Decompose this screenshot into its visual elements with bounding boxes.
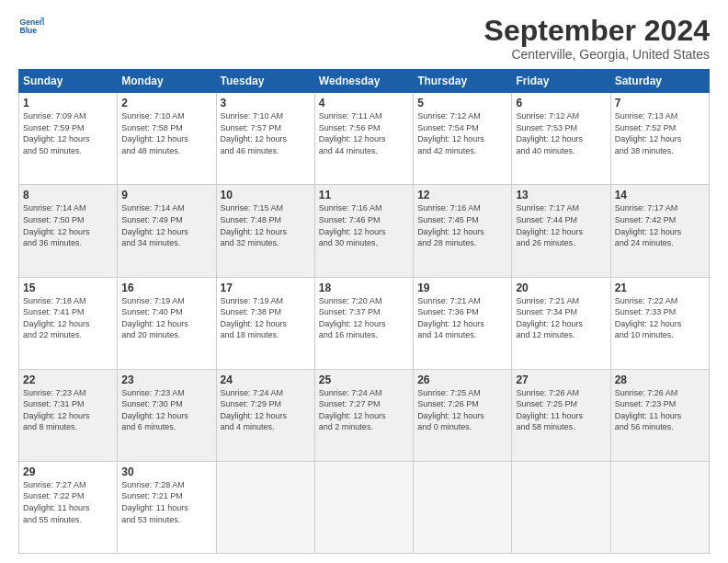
calendar-day-cell: 24Sunrise: 7:24 AM Sunset: 7:29 PM Dayli… xyxy=(216,369,314,461)
day-number: 13 xyxy=(516,189,606,201)
calendar-day-cell: 20Sunrise: 7:21 AM Sunset: 7:34 PM Dayli… xyxy=(512,277,610,369)
day-number: 16 xyxy=(121,282,211,294)
header: General Blue General Blue September 2024… xyxy=(18,15,710,62)
calendar-day-cell: 28Sunrise: 7:26 AM Sunset: 7:23 PM Dayli… xyxy=(610,369,709,461)
day-info: Sunrise: 7:12 AM Sunset: 7:54 PM Dayligh… xyxy=(417,110,507,156)
calendar-day-cell: 4Sunrise: 7:11 AM Sunset: 7:56 PM Daylig… xyxy=(314,93,413,185)
day-info: Sunrise: 7:19 AM Sunset: 7:38 PM Dayligh… xyxy=(221,295,311,341)
day-number: 25 xyxy=(319,373,409,386)
calendar-header-saturday: Saturday xyxy=(610,70,709,93)
day-number: 11 xyxy=(319,189,409,201)
day-info: Sunrise: 7:10 AM Sunset: 7:57 PM Dayligh… xyxy=(221,110,311,156)
calendar-header-sunday: Sunday xyxy=(19,70,118,93)
calendar-day-cell: 8Sunrise: 7:14 AM Sunset: 7:50 PM Daylig… xyxy=(19,185,118,277)
day-info: Sunrise: 7:11 AM Sunset: 7:56 PM Dayligh… xyxy=(319,110,409,156)
day-number: 12 xyxy=(417,189,507,201)
calendar-table: SundayMondayTuesdayWednesdayThursdayFrid… xyxy=(18,69,710,554)
calendar-day-cell: 19Sunrise: 7:21 AM Sunset: 7:36 PM Dayli… xyxy=(414,277,512,369)
day-info: Sunrise: 7:28 AM Sunset: 7:21 PM Dayligh… xyxy=(121,479,211,525)
calendar-day-cell: 11Sunrise: 7:16 AM Sunset: 7:46 PM Dayli… xyxy=(314,185,413,277)
day-number: 29 xyxy=(23,465,113,478)
calendar-day-cell: 21Sunrise: 7:22 AM Sunset: 7:33 PM Dayli… xyxy=(610,277,709,369)
svg-text:General: General xyxy=(20,17,44,27)
day-number: 4 xyxy=(319,97,409,109)
day-number: 2 xyxy=(121,97,211,109)
calendar-day-cell: 13Sunrise: 7:17 AM Sunset: 7:44 PM Dayli… xyxy=(512,185,610,277)
day-info: Sunrise: 7:21 AM Sunset: 7:34 PM Dayligh… xyxy=(516,295,606,341)
day-number: 18 xyxy=(319,282,409,294)
day-number: 6 xyxy=(516,97,606,109)
calendar-day-cell: 9Sunrise: 7:14 AM Sunset: 7:49 PM Daylig… xyxy=(118,185,216,277)
day-info: Sunrise: 7:23 AM Sunset: 7:31 PM Dayligh… xyxy=(23,387,113,433)
calendar-header-thursday: Thursday xyxy=(414,70,512,93)
day-info: Sunrise: 7:22 AM Sunset: 7:33 PM Dayligh… xyxy=(615,295,705,341)
calendar-week-row: 15Sunrise: 7:18 AM Sunset: 7:41 PM Dayli… xyxy=(19,277,710,369)
day-info: Sunrise: 7:10 AM Sunset: 7:58 PM Dayligh… xyxy=(121,110,211,156)
day-number: 10 xyxy=(221,189,311,201)
day-number: 5 xyxy=(417,97,507,109)
calendar-day-cell: 15Sunrise: 7:18 AM Sunset: 7:41 PM Dayli… xyxy=(19,277,118,369)
day-info: Sunrise: 7:17 AM Sunset: 7:42 PM Dayligh… xyxy=(615,202,705,248)
day-info: Sunrise: 7:21 AM Sunset: 7:36 PM Dayligh… xyxy=(417,295,507,341)
day-number: 8 xyxy=(23,189,113,201)
calendar-day-cell: 6Sunrise: 7:12 AM Sunset: 7:53 PM Daylig… xyxy=(512,93,610,185)
calendar-day-cell: 14Sunrise: 7:17 AM Sunset: 7:42 PM Dayli… xyxy=(610,185,709,277)
day-info: Sunrise: 7:25 AM Sunset: 7:26 PM Dayligh… xyxy=(417,387,507,433)
page-title: September 2024 xyxy=(484,15,710,47)
day-number: 19 xyxy=(417,282,507,294)
day-info: Sunrise: 7:09 AM Sunset: 7:59 PM Dayligh… xyxy=(23,110,113,156)
calendar-week-row: 1Sunrise: 7:09 AM Sunset: 7:59 PM Daylig… xyxy=(19,93,710,185)
day-info: Sunrise: 7:12 AM Sunset: 7:53 PM Dayligh… xyxy=(516,110,606,156)
day-number: 17 xyxy=(221,282,311,294)
calendar-week-row: 22Sunrise: 7:23 AM Sunset: 7:31 PM Dayli… xyxy=(19,369,710,461)
day-number: 7 xyxy=(615,97,705,109)
calendar-day-cell xyxy=(216,461,314,553)
day-number: 1 xyxy=(23,97,113,109)
calendar-day-cell xyxy=(314,461,413,553)
calendar-day-cell: 1Sunrise: 7:09 AM Sunset: 7:59 PM Daylig… xyxy=(19,93,118,185)
page-subtitle: Centerville, Georgia, United States xyxy=(484,47,710,62)
page: General Blue General Blue September 2024… xyxy=(0,0,728,563)
calendar-day-cell: 27Sunrise: 7:26 AM Sunset: 7:25 PM Dayli… xyxy=(512,369,610,461)
day-number: 21 xyxy=(615,282,705,294)
day-number: 24 xyxy=(221,373,311,386)
day-number: 9 xyxy=(121,189,211,201)
calendar-day-cell: 25Sunrise: 7:24 AM Sunset: 7:27 PM Dayli… xyxy=(314,369,413,461)
day-info: Sunrise: 7:16 AM Sunset: 7:46 PM Dayligh… xyxy=(319,202,409,248)
calendar-day-cell: 26Sunrise: 7:25 AM Sunset: 7:26 PM Dayli… xyxy=(414,369,512,461)
day-number: 30 xyxy=(121,465,211,478)
calendar-header-monday: Monday xyxy=(118,70,216,93)
calendar-day-cell: 18Sunrise: 7:20 AM Sunset: 7:37 PM Dayli… xyxy=(314,277,413,369)
title-block: September 2024 Centerville, Georgia, Uni… xyxy=(484,15,710,62)
svg-text:Blue: Blue xyxy=(20,26,38,35)
day-number: 26 xyxy=(417,373,507,386)
day-number: 3 xyxy=(221,97,311,109)
day-info: Sunrise: 7:19 AM Sunset: 7:40 PM Dayligh… xyxy=(121,295,211,341)
calendar-day-cell: 3Sunrise: 7:10 AM Sunset: 7:57 PM Daylig… xyxy=(216,93,314,185)
calendar-day-cell: 5Sunrise: 7:12 AM Sunset: 7:54 PM Daylig… xyxy=(414,93,512,185)
calendar-day-cell: 23Sunrise: 7:23 AM Sunset: 7:30 PM Dayli… xyxy=(118,369,216,461)
day-info: Sunrise: 7:14 AM Sunset: 7:50 PM Dayligh… xyxy=(23,202,113,248)
day-number: 15 xyxy=(23,282,113,294)
calendar-day-cell: 17Sunrise: 7:19 AM Sunset: 7:38 PM Dayli… xyxy=(216,277,314,369)
calendar-header-row: SundayMondayTuesdayWednesdayThursdayFrid… xyxy=(19,70,710,93)
calendar-day-cell: 12Sunrise: 7:16 AM Sunset: 7:45 PM Dayli… xyxy=(414,185,512,277)
day-info: Sunrise: 7:17 AM Sunset: 7:44 PM Dayligh… xyxy=(516,202,606,248)
day-info: Sunrise: 7:15 AM Sunset: 7:48 PM Dayligh… xyxy=(221,202,311,248)
day-number: 27 xyxy=(516,373,606,386)
day-info: Sunrise: 7:26 AM Sunset: 7:25 PM Dayligh… xyxy=(516,387,606,433)
calendar-day-cell: 30Sunrise: 7:28 AM Sunset: 7:21 PM Dayli… xyxy=(118,461,216,553)
calendar-day-cell xyxy=(512,461,610,553)
day-info: Sunrise: 7:24 AM Sunset: 7:29 PM Dayligh… xyxy=(221,387,311,433)
calendar-day-cell: 7Sunrise: 7:13 AM Sunset: 7:52 PM Daylig… xyxy=(610,93,709,185)
day-info: Sunrise: 7:23 AM Sunset: 7:30 PM Dayligh… xyxy=(121,387,211,433)
calendar-day-cell: 22Sunrise: 7:23 AM Sunset: 7:31 PM Dayli… xyxy=(19,369,118,461)
day-number: 22 xyxy=(23,373,113,386)
day-number: 28 xyxy=(615,373,705,386)
calendar-day-cell xyxy=(414,461,512,553)
calendar-week-row: 29Sunrise: 7:27 AM Sunset: 7:22 PM Dayli… xyxy=(19,461,710,553)
calendar-day-cell: 10Sunrise: 7:15 AM Sunset: 7:48 PM Dayli… xyxy=(216,185,314,277)
calendar-header-tuesday: Tuesday xyxy=(216,70,314,93)
calendar-day-cell: 29Sunrise: 7:27 AM Sunset: 7:22 PM Dayli… xyxy=(19,461,118,553)
day-number: 23 xyxy=(121,373,211,386)
